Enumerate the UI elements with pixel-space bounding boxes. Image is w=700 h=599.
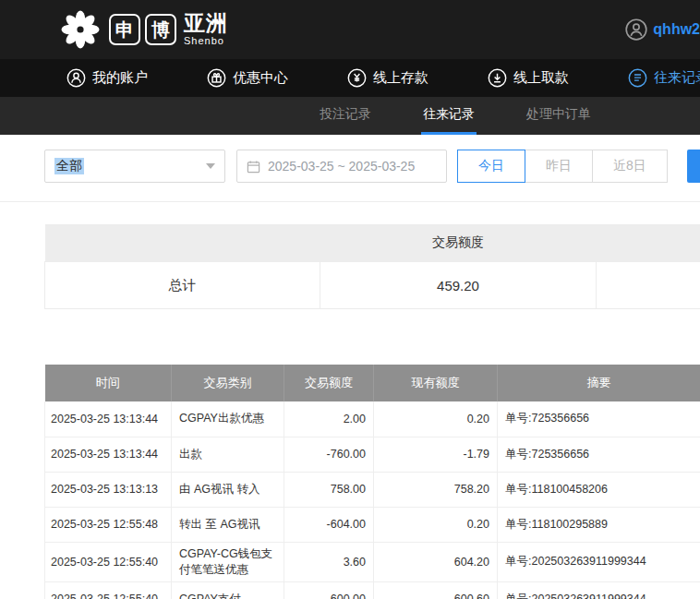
logo-region-en: Shenbo (184, 36, 228, 46)
cell-amount: 758.00 (284, 472, 374, 507)
sub-tabs: 投注记录 往来记录 处理中订单 (0, 97, 700, 135)
table-row: 2025-03-25 12:55:48 转出 至 AG视讯 -604.00 0.… (45, 507, 700, 542)
cell-type: 转出 至 AG视讯 (172, 507, 284, 542)
table-row: 2025-03-25 12:55:40 CGPAY支付 600.00 600.6… (45, 581, 700, 599)
records-table: 时间 交易类别 交易额度 现有额度 摘要 2025-03-25 13:13:44… (44, 365, 700, 599)
col-header-note: 摘要 (498, 365, 700, 401)
records-icon (628, 68, 647, 88)
cell-balance: 0.20 (374, 401, 498, 437)
gift-icon (207, 68, 226, 88)
cell-type: CGPAY支付 (172, 581, 284, 599)
summary-total-label: 总计 (45, 262, 320, 309)
cell-balance: 758.20 (374, 472, 498, 507)
summary-header-amount: 交易额度 (320, 224, 597, 262)
cell-note: 单号:118100295889 (498, 507, 700, 542)
cell-note: 单号:202503263911999344 (498, 542, 700, 581)
table-row: 2025-03-25 12:55:40 CGPAY-CG钱包支付笔笔送优惠 3.… (45, 542, 700, 581)
nav-item-my-account[interactable]: 我的账户 (66, 68, 148, 88)
tab-transaction-records[interactable]: 往来记录 (421, 97, 477, 135)
main-nav: 我的账户 优惠中心 线上存款 线上取款 往来记录 (0, 59, 700, 97)
nav-label: 我的账户 (92, 69, 148, 87)
avatar-icon (625, 18, 647, 41)
summary-table: 交易额度 总计 459.20 (44, 224, 700, 309)
cell-balance: -1.79 (374, 437, 498, 472)
date-range-value: 2025-03-25 ~ 2025-03-25 (268, 159, 415, 174)
summary-header-empty (45, 224, 320, 262)
today-button[interactable]: 今日 (457, 150, 525, 183)
cell-time: 2025-03-25 12:55:48 (45, 507, 172, 542)
logo-region: 亚洲 Shenbo (184, 13, 228, 46)
type-select-value: 全部 (54, 158, 84, 174)
nav-item-deposit[interactable]: 线上存款 (347, 68, 428, 88)
top-header: 申 博 亚洲 Shenbo qhhw2 (0, 0, 700, 59)
nav-item-transactions[interactable]: 往来记录 (628, 68, 700, 88)
col-header-balance: 现有额度 (374, 365, 498, 401)
table-row: 2025-03-25 13:13:13 由 AG视讯 转入 758.00 758… (45, 472, 700, 507)
cell-type: 出款 (172, 437, 284, 472)
calendar-icon (247, 160, 260, 174)
col-header-time: 时间 (45, 365, 172, 401)
summary-header-row: 交易额度 (45, 224, 700, 262)
user-icon (66, 68, 86, 88)
nav-label: 线上存款 (373, 69, 428, 87)
nav-label: 线上取款 (513, 69, 569, 87)
logo-char-shen: 申 (109, 14, 140, 45)
summary-header-empty (597, 224, 700, 262)
quick-range-buttons: 今日 昨日 近8日 (458, 150, 668, 183)
cell-time: 2025-03-25 13:13:44 (45, 437, 172, 472)
flower-logo-icon (59, 8, 102, 51)
cell-amount: 3.60 (284, 542, 374, 581)
cell-amount: -604.00 (284, 507, 374, 542)
cell-note: 单号:202503263911999344 (498, 581, 700, 599)
cell-time: 2025-03-25 12:55:40 (45, 581, 172, 599)
search-button[interactable] (687, 150, 700, 183)
filter-bar: 全部 2025-03-25 ~ 2025-03-25 今日 昨日 近8日 (0, 135, 700, 202)
logo-char-bo: 博 (145, 14, 176, 45)
tab-pending-orders[interactable]: 处理中订单 (525, 97, 593, 135)
logo-region-cn: 亚洲 (184, 13, 228, 34)
yesterday-button[interactable]: 昨日 (525, 150, 593, 183)
cell-balance: 600.60 (374, 581, 498, 599)
cell-type: CGPAY-CG钱包支付笔笔送优惠 (172, 542, 284, 581)
withdraw-icon (488, 68, 507, 88)
summary-total-row: 总计 459.20 (45, 262, 700, 309)
deposit-icon (347, 68, 367, 88)
records-header-row: 时间 交易类别 交易额度 现有额度 摘要 (45, 365, 700, 401)
last8days-button[interactable]: 近8日 (592, 150, 668, 183)
nav-label: 优惠中心 (233, 69, 288, 87)
date-range-input[interactable]: 2025-03-25 ~ 2025-03-25 (236, 150, 447, 183)
username[interactable]: qhhw2 (653, 21, 700, 38)
nav-label: 往来记录 (654, 69, 700, 87)
cell-time: 2025-03-25 13:13:44 (45, 401, 172, 437)
cell-balance: 0.20 (374, 507, 498, 542)
brand-logo: 申 博 亚洲 Shenbo (59, 8, 228, 51)
cell-time: 2025-03-25 12:55:40 (45, 542, 172, 581)
cell-note: 单号:118100458206 (498, 472, 700, 507)
cell-amount: 2.00 (284, 401, 374, 437)
nav-item-withdraw[interactable]: 线上取款 (488, 68, 569, 88)
cell-note: 单号:725356656 (498, 401, 700, 437)
cell-type: CGPAY出款优惠 (172, 401, 284, 437)
chevron-down-icon (206, 163, 215, 169)
summary-total-value: 459.20 (320, 262, 597, 309)
cell-amount: -760.00 (284, 437, 374, 472)
cell-amount: 600.00 (284, 581, 374, 599)
cell-note: 单号:725356656 (498, 437, 700, 472)
col-header-type: 交易类别 (172, 365, 284, 401)
col-header-amount: 交易额度 (284, 365, 374, 401)
cell-time: 2025-03-25 13:13:13 (45, 472, 172, 507)
cell-balance: 604.20 (374, 542, 498, 581)
tab-bet-records[interactable]: 投注记录 (318, 97, 373, 135)
type-select[interactable]: 全部 (44, 150, 225, 183)
table-row: 2025-03-25 13:13:44 出款 -760.00 -1.79 单号:… (45, 437, 700, 472)
table-row: 2025-03-25 13:13:44 CGPAY出款优惠 2.00 0.20 … (45, 401, 700, 437)
summary-empty-cell (597, 262, 700, 309)
cell-type: 由 AG视讯 转入 (172, 472, 284, 507)
nav-item-promotions[interactable]: 优惠中心 (207, 68, 288, 88)
account-area[interactable]: qhhw2 (625, 18, 700, 41)
